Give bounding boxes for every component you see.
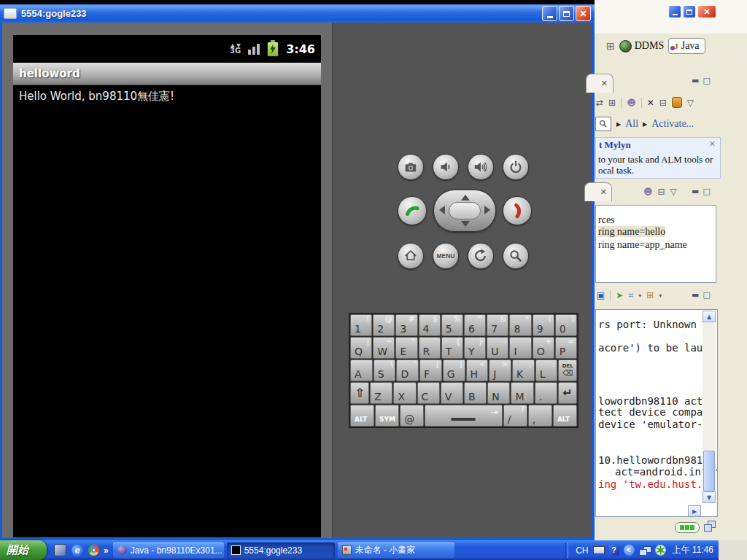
key-/[interactable]: /? [503, 405, 527, 427]
chrome-icon[interactable] [88, 545, 99, 556]
phone-screen[interactable]: 3G 3:46 helloword Hello World, bn98110無佳… [13, 35, 321, 537]
key-H[interactable]: H< [466, 359, 489, 381]
dpad-right-icon[interactable] [484, 206, 490, 214]
close-button[interactable]: ✕ [576, 6, 591, 21]
emulator-titlebar[interactable]: 5554:gogle233 ✕ [0, 4, 595, 23]
outline-content[interactable]: rces ring name=hello ring name=app_name [595, 205, 716, 283]
perspective-ddms[interactable]: DDMS [619, 40, 664, 52]
key-2[interactable]: 2@ [373, 314, 395, 336]
outline-node[interactable]: ring name=app_name [598, 239, 687, 251]
key-F[interactable]: F[ [419, 359, 442, 381]
key-8[interactable]: 8* [509, 314, 531, 336]
dpad-center-button[interactable] [449, 202, 481, 219]
dpad-up-icon[interactable] [461, 195, 470, 201]
key-1[interactable]: 1! [350, 314, 372, 336]
taskbar-item-eclipse[interactable]: Java - bn98110Ex301... [113, 542, 224, 559]
pin-console-icon[interactable]: ➤ [616, 290, 623, 300]
outline-node-selected[interactable]: ring name=hello [598, 226, 665, 238]
key-X[interactable]: X [393, 382, 416, 404]
call-button[interactable] [398, 196, 427, 225]
key-enter[interactable]: ↵ [558, 382, 577, 404]
key-M[interactable]: M [511, 382, 533, 404]
dpad-left-icon[interactable] [439, 206, 445, 214]
key-A[interactable]: A [350, 359, 373, 381]
view-minimize-icon[interactable]: ▬ [692, 290, 699, 300]
activate-link[interactable]: Activate... [651, 118, 694, 130]
key-C[interactable]: C [417, 382, 440, 404]
key-U[interactable]: U- [487, 337, 508, 359]
safely-remove-icon[interactable] [655, 545, 666, 556]
maximize-button[interactable] [559, 6, 574, 21]
scroll-down-button[interactable]: ▼ [703, 491, 716, 503]
help-tray-icon[interactable]: ? [609, 545, 619, 556]
end-call-button[interactable] [503, 196, 532, 225]
dpad[interactable] [433, 190, 496, 232]
key-.[interactable]: . [535, 382, 557, 404]
key-E[interactable]: E" [395, 337, 417, 359]
outline-node[interactable]: rces [598, 214, 615, 226]
key-D[interactable]: D' [396, 359, 419, 381]
tab-close-icon[interactable]: ✕ [601, 79, 608, 88]
new-task-icon[interactable]: ☻ [627, 98, 636, 108]
home-button[interactable] [398, 243, 424, 269]
quick-launch-icon-1[interactable] [54, 544, 66, 556]
eclipse-maximize-button[interactable] [683, 5, 696, 18]
view-menu-icon[interactable]: ▽ [670, 187, 677, 197]
key-L[interactable]: L: [535, 359, 558, 381]
key-Z[interactable]: Z [370, 382, 392, 404]
power-button[interactable] [503, 154, 529, 180]
key-9[interactable]: 9( [533, 314, 554, 336]
key-O[interactable]: O+ [533, 337, 554, 359]
back-button[interactable] [468, 243, 494, 269]
mylyn-close-icon[interactable]: ✕ [709, 139, 716, 149]
key-J[interactable]: J> [489, 359, 511, 381]
key-@[interactable]: @ [400, 405, 424, 427]
internet-explorer-icon[interactable]: e [71, 545, 83, 556]
menu-button[interactable]: MENU [433, 243, 459, 269]
key-4[interactable]: 4$ [419, 314, 441, 336]
taskbar-item-paint[interactable]: 未命名 - 小畫家 [338, 542, 454, 559]
show-tree-icon[interactable]: ⇄ [596, 98, 603, 108]
view-minimize-icon[interactable]: ▬ [692, 187, 699, 196]
network-tray-icon[interactable] [639, 546, 651, 555]
dropdown-icon[interactable]: ▾ [659, 292, 662, 299]
console-vertical-scrollbar[interactable]: ▲ ▼ [703, 311, 716, 503]
collapse-all-icon[interactable]: ⊟ [659, 98, 667, 108]
camera-button[interactable] [398, 154, 424, 180]
key-P[interactable]: P= [555, 337, 577, 359]
collapse-all-icon[interactable]: ⊟ [658, 187, 665, 197]
keyboard-layout-icon[interactable] [593, 546, 605, 554]
synchronize-icon[interactable] [672, 97, 682, 108]
search-button[interactable] [503, 243, 529, 269]
minimize-button[interactable] [542, 6, 557, 21]
view-maximize-icon[interactable]: □ [703, 290, 710, 300]
key-5[interactable]: 5% [441, 314, 463, 336]
key-,[interactable]: , [528, 405, 552, 427]
key-T[interactable]: T{ [441, 337, 463, 359]
start-button[interactable]: 開始 [0, 540, 47, 560]
view-maximize-icon[interactable]: □ [703, 187, 710, 196]
view-maximize-icon[interactable]: □ [703, 76, 710, 85]
scrollbar-thumb[interactable] [703, 451, 715, 491]
categorized-icon[interactable]: ⊞ [608, 98, 616, 108]
console-icon[interactable]: ▣ [597, 290, 605, 300]
delete-icon[interactable]: ✕ [647, 98, 654, 108]
dpad-down-icon[interactable] [461, 221, 470, 227]
tab-close-icon[interactable]: ✕ [600, 187, 607, 197]
view-menu-icon[interactable]: ▽ [687, 98, 694, 108]
view-minimize-icon[interactable]: ▬ [692, 76, 699, 85]
key-ALT[interactable]: ALT [350, 405, 374, 427]
display-selected-console-icon[interactable]: ⌗ [628, 290, 633, 300]
key-B[interactable]: B [464, 382, 487, 404]
quick-launch-more-icon[interactable]: » [104, 545, 109, 556]
task-list-tab[interactable]: ✕ [586, 74, 614, 93]
filter-all-link[interactable]: All [625, 118, 638, 130]
key-SYM[interactable]: SYM [375, 405, 399, 427]
taskbar-item-emulator[interactable]: 5554:gogle233 [227, 542, 335, 559]
key-3[interactable]: 3# [395, 314, 417, 336]
open-console-icon[interactable]: ⊞ [646, 290, 654, 300]
key-Y[interactable]: Y} [464, 337, 486, 359]
key-del[interactable]: DEL⌫ [558, 359, 577, 381]
console-content[interactable]: rs port: Unknown e acore') to be laun lo… [595, 309, 718, 517]
key-shift[interactable]: ⇧ [350, 382, 369, 404]
